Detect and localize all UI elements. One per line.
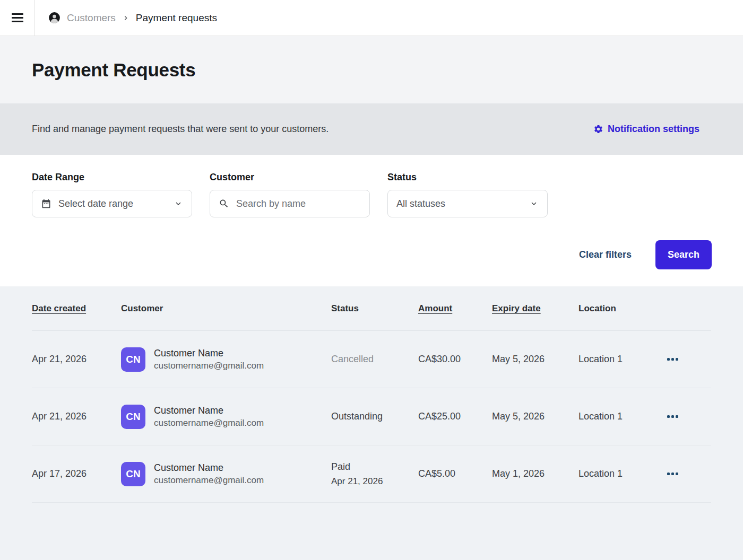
info-banner: Find and manage payment requests that we… (0, 103, 743, 155)
status-select[interactable]: All statuses (387, 190, 548, 217)
search-button[interactable]: Search (655, 240, 712, 269)
status-text: Outstanding (331, 411, 418, 422)
cell-customer: CN Customer Name customername@gmail.com (121, 347, 331, 372)
hamburger-icon (12, 11, 23, 24)
status-label: Status (387, 172, 548, 183)
date-range-placeholder: Select date range (58, 198, 167, 209)
cell-location: Location 1 (578, 411, 666, 422)
status-date: Apr 21, 2026 (331, 476, 418, 487)
cell-status: Outstanding (331, 411, 418, 422)
calendar-icon (41, 198, 51, 209)
customer-name: Customer Name (154, 462, 264, 474)
column-header-customer: Customer (121, 303, 331, 314)
status-filter: Status All statuses (387, 172, 548, 217)
column-header-date-created[interactable]: Date created (32, 303, 121, 314)
cell-status: Paid Apr 21, 2026 (331, 461, 418, 487)
cell-location: Location 1 (578, 354, 666, 365)
customer-search-box[interactable] (210, 190, 370, 217)
customer-name: Customer Name (154, 348, 264, 359)
chevron-down-icon (529, 199, 539, 208)
cell-amount: CA$25.00 (418, 411, 492, 422)
breadcrumb: Customers Payment requests (35, 0, 217, 36)
customer-email: customername@gmail.com (154, 418, 264, 428)
status-text: Cancelled (331, 354, 418, 365)
cell-expiry-date: May 1, 2026 (492, 468, 578, 479)
clear-filters-button[interactable]: Clear filters (579, 249, 632, 260)
customer-avatar: CN (121, 347, 145, 372)
table-row: Apr 21, 2026 CN Customer Name customerna… (32, 331, 711, 388)
date-range-select[interactable]: Select date range (32, 190, 192, 217)
breadcrumb-current: Payment requests (136, 12, 217, 24)
page-title: Payment Requests (32, 59, 195, 81)
gear-icon (593, 124, 603, 134)
cell-date-created: Apr 17, 2026 (32, 468, 121, 479)
cell-expiry-date: May 5, 2026 (492, 354, 578, 365)
cell-amount: CA$5.00 (418, 468, 492, 479)
cell-date-created: Apr 21, 2026 (32, 354, 121, 365)
chevron-right-icon (122, 14, 130, 22)
cell-location: Location 1 (578, 468, 666, 479)
column-header-location: Location (578, 303, 666, 314)
payment-requests-table: Date created Customer Status Amount Expi… (0, 286, 743, 503)
customer-search-input[interactable] (236, 198, 361, 209)
cell-amount: CA$30.00 (418, 354, 492, 365)
search-icon (219, 198, 229, 209)
customer-avatar: CN (121, 462, 145, 486)
customer-email: customername@gmail.com (154, 361, 264, 371)
column-header-amount[interactable]: Amount (418, 303, 492, 314)
notification-settings-link[interactable]: Notification settings (593, 124, 699, 135)
column-header-expiry-date[interactable]: Expiry date (492, 303, 578, 314)
breadcrumb-customers[interactable]: Customers (67, 12, 116, 24)
status-selected-value: All statuses (396, 198, 522, 209)
cell-date-created: Apr 21, 2026 (32, 411, 121, 422)
date-range-filter: Date Range Select date range (32, 172, 192, 217)
person-circle-icon (48, 11, 61, 24)
row-actions-kebab-icon[interactable] (666, 412, 679, 421)
cell-customer: CN Customer Name customername@gmail.com (121, 405, 331, 429)
filter-actions: Clear filters Search (579, 240, 712, 269)
cell-customer: CN Customer Name customername@gmail.com (121, 462, 331, 486)
status-text: Paid (331, 461, 418, 472)
table-header-row: Date created Customer Status Amount Expi… (32, 286, 711, 331)
chevron-down-icon (174, 199, 183, 208)
banner-description: Find and manage payment requests that we… (32, 124, 329, 135)
filters-panel: Date Range Select date range Customer (0, 155, 743, 286)
cell-expiry-date: May 5, 2026 (492, 411, 578, 422)
customer-email: customername@gmail.com (154, 475, 264, 486)
row-actions-kebab-icon[interactable] (666, 355, 679, 364)
customer-avatar: CN (121, 405, 145, 429)
column-header-status: Status (331, 303, 418, 314)
table-row: Apr 21, 2026 CN Customer Name customerna… (32, 388, 711, 445)
menu-button[interactable] (0, 0, 35, 36)
cell-status: Cancelled (331, 354, 418, 365)
customer-label: Customer (210, 172, 370, 183)
customer-name: Customer Name (154, 405, 264, 416)
row-actions-kebab-icon[interactable] (666, 469, 679, 478)
customer-filter: Customer (210, 172, 370, 217)
title-band: Payment Requests (0, 36, 743, 103)
date-range-label: Date Range (32, 172, 192, 183)
notification-settings-label: Notification settings (608, 124, 699, 135)
top-bar: Customers Payment requests (0, 0, 743, 36)
table-row: Apr 17, 2026 CN Customer Name customerna… (32, 445, 711, 503)
